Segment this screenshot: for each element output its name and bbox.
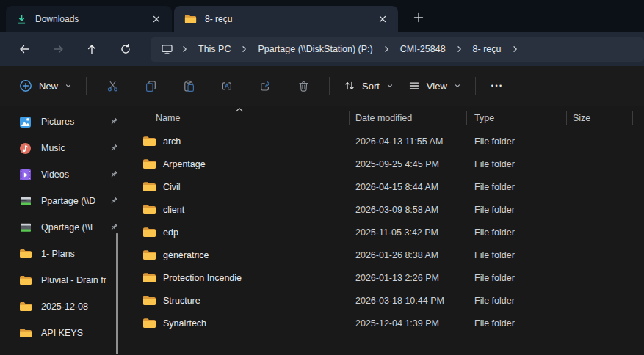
file-date: 2026-01-13 2:26 PM — [350, 273, 467, 283]
sidebar-item-label: Videos — [41, 169, 106, 180]
up-icon — [86, 43, 98, 56]
delete-icon — [297, 80, 310, 92]
toolbar-separator — [475, 77, 476, 95]
table-row[interactable]: Protection Incendie 2026-01-13 2:26 PM F… — [129, 266, 644, 289]
rename-icon — [221, 80, 234, 92]
chevron-right-icon[interactable] — [454, 45, 465, 53]
sidebar-item-label: Qpartage (\\I — [41, 222, 106, 233]
breadcrumb-ppartage[interactable]: Ppartage (\\DiskStation) (P:) — [250, 40, 380, 59]
folder-icon — [142, 318, 156, 329]
network-drive-icon — [19, 222, 33, 233]
sidebar-item-1-plans[interactable]: 1- Plans — [0, 241, 129, 267]
up-button[interactable] — [77, 37, 106, 61]
table-row[interactable]: edp 2025-11-05 3:42 PM File folder — [129, 221, 644, 244]
close-icon[interactable] — [373, 10, 392, 28]
folder-icon — [142, 158, 156, 169]
tab-downloads[interactable]: Downloads — [6, 6, 172, 32]
forward-button[interactable] — [43, 37, 73, 61]
folder-icon — [142, 249, 156, 260]
file-date: 2025-12-04 1:39 PM — [350, 318, 467, 329]
file-date: 2026-01-26 8:38 AM — [350, 250, 467, 260]
view-button[interactable]: View — [401, 73, 468, 99]
pin-icon — [109, 144, 118, 153]
column-header-name[interactable]: Name — [129, 106, 350, 130]
breadcrumb-this-pc[interactable]: This PC — [190, 40, 239, 59]
sidebar-item-pictures[interactable]: Pictures — [0, 109, 129, 135]
sidebar-item-videos[interactable]: Videos — [0, 161, 129, 188]
file-name: Arpentage — [163, 159, 206, 169]
folder-icon — [142, 295, 156, 306]
back-button[interactable] — [10, 37, 39, 61]
view-icon — [408, 80, 420, 92]
folder-icon — [19, 328, 33, 338]
navigation-bar: This PC Ppartage (\\DiskStation) (P:) CM… — [0, 32, 644, 66]
paste-button[interactable] — [175, 73, 203, 99]
folder-icon — [142, 204, 156, 215]
table-row[interactable]: génératrice 2026-01-26 8:38 AM File fold… — [129, 244, 644, 266]
chevron-down-icon — [65, 82, 72, 89]
forward-icon — [52, 43, 65, 55]
file-name: client — [163, 205, 184, 215]
folder-icon — [19, 249, 33, 259]
file-type: File folder — [467, 136, 567, 147]
delete-button[interactable] — [289, 73, 317, 99]
file-type: File folder — [467, 159, 567, 169]
sidebar-item-ppartage[interactable]: Ppartage (\\D — [0, 188, 129, 214]
sidebar-item-label: API KEYS — [41, 328, 118, 338]
sidebar-item-api-keys[interactable]: API KEYS — [0, 320, 129, 346]
table-row[interactable]: arch 2026-04-13 11:55 AM File folder — [129, 130, 644, 153]
table-row[interactable]: client 2026-03-09 8:58 AM File folder — [129, 198, 644, 221]
chevron-right-icon[interactable] — [239, 45, 250, 53]
sidebar-item-label: Music — [41, 143, 106, 153]
copy-icon — [145, 80, 157, 92]
copy-button[interactable] — [137, 73, 164, 99]
sidebar-item-music[interactable]: Music — [0, 135, 129, 161]
more-options-button[interactable]: ••• — [482, 73, 511, 99]
refresh-button[interactable] — [111, 37, 140, 61]
column-header-date-modified[interactable]: Date modified — [350, 106, 467, 130]
file-type: File folder — [467, 318, 567, 329]
rename-button[interactable] — [213, 73, 241, 99]
sidebar-item-label: 1- Plans — [41, 249, 118, 259]
sidebar-item-label: Pluvial - Drain fr — [41, 275, 118, 285]
file-date: 2025-11-05 3:42 PM — [350, 227, 467, 238]
new-tab-icon — [413, 12, 424, 23]
file-rows: arch 2026-04-13 11:55 AM File folder Arp… — [129, 130, 644, 334]
download-icon — [16, 14, 27, 25]
sidebar-item-qpartage[interactable]: Qpartage (\\I — [0, 214, 129, 241]
pin-icon — [109, 117, 118, 126]
chevron-right-icon[interactable] — [179, 45, 190, 53]
cut-icon — [106, 80, 119, 92]
table-row[interactable]: Structure 2026-03-18 10:44 PM File folde… — [129, 289, 644, 312]
cut-button[interactable] — [98, 73, 126, 99]
file-name: Synairtech — [163, 318, 206, 329]
chevron-right-icon[interactable] — [510, 45, 521, 53]
file-date: 2026-03-09 8:58 AM — [350, 205, 467, 215]
new-tab-button[interactable] — [408, 7, 430, 29]
address-bar[interactable]: This PC Ppartage (\\DiskStation) (P:) CM… — [151, 37, 644, 62]
file-date: 2026-04-15 8:44 AM — [350, 182, 467, 192]
breadcrumb-cmi-25848[interactable]: CMI-25848 — [392, 40, 454, 59]
file-date: 2026-04-13 11:55 AM — [350, 136, 467, 147]
paste-icon — [183, 80, 195, 92]
table-row[interactable]: Synairtech 2025-12-04 1:39 PM File folde… — [129, 312, 644, 334]
sidebar-item-2025-12-08[interactable]: 2025-12-08 — [0, 293, 129, 320]
share-icon — [259, 80, 272, 92]
sort-button[interactable]: Sort — [336, 73, 401, 99]
new-button[interactable]: New — [12, 73, 79, 99]
column-header-size[interactable]: Size — [567, 106, 633, 130]
table-row[interactable]: Arpentage 2025-09-25 4:45 PM File folder — [129, 153, 644, 175]
file-explorer-window: Downloads 8- reçu — [0, 0, 644, 355]
sidebar-item-pluvial[interactable]: Pluvial - Drain fr — [0, 267, 129, 293]
breadcrumb-8-recu[interactable]: 8- reçu — [465, 40, 510, 59]
sidebar-scrollbar[interactable] — [116, 233, 118, 354]
close-icon[interactable] — [147, 10, 166, 28]
sidebar-item-label: 2025-12-08 — [41, 301, 118, 312]
table-row[interactable]: Civil 2026-04-15 8:44 AM File folder — [129, 175, 644, 198]
folder-icon — [184, 14, 197, 24]
share-button[interactable] — [251, 73, 279, 99]
column-header-type[interactable]: Type — [467, 106, 567, 130]
folder-icon — [19, 301, 33, 312]
tab-8-recu[interactable]: 8- reçu — [174, 6, 398, 32]
chevron-right-icon[interactable] — [381, 45, 392, 53]
